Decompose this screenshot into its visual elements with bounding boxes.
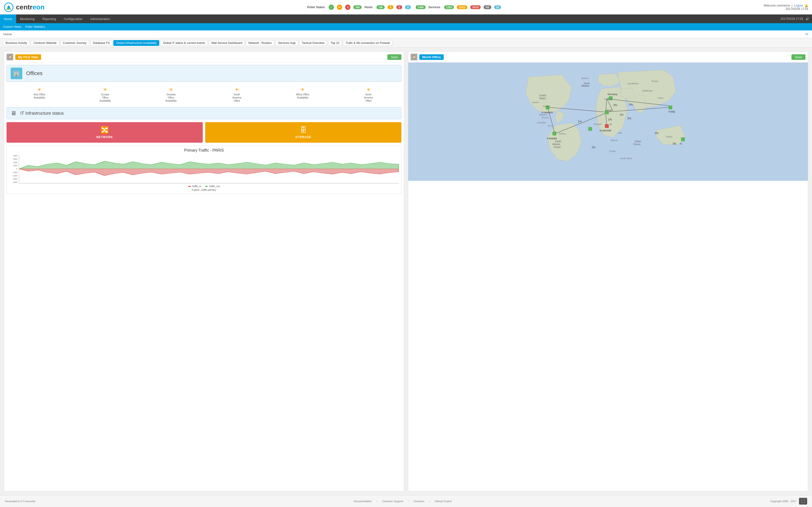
map-svg: ✕ ✕ ✕ rt-newyork Germany rt-yaounde <box>408 62 808 181</box>
footer-support[interactable]: Centreon Support <box>382 500 403 503</box>
subnav-custom-views[interactable]: Custom Views <box>3 25 21 29</box>
svg-text:Atlantic: Atlantic <box>539 113 547 116</box>
poller-states-label: Poller States <box>307 6 325 9</box>
office-europe: ☀ Europe Office Availability <box>98 87 112 102</box>
nav-home[interactable]: Home <box>0 14 16 23</box>
tab-services-map[interactable]: Services map <box>275 40 298 46</box>
legend-out: traffic_out <box>205 185 220 187</box>
footer-sep-3: | <box>429 500 430 503</box>
edit-icon[interactable]: ✏ <box>806 32 809 37</box>
sub-nav: Custom Views Poller Statistics <box>0 23 812 31</box>
chart-footer: rt-paris - traffic-primary <box>9 188 399 191</box>
storage-block[interactable]: 🗄 STORAGE <box>205 122 401 143</box>
it-infra-title: IT Infrastructure status <box>20 111 64 116</box>
svg-text:Papua: Papua <box>666 135 672 138</box>
svg-point-2 <box>7 6 10 8</box>
left-panel-body: 🏢 Offices ☀ Asia Office Availability ☀ E… <box>4 62 404 196</box>
storage-icon: 🗄 <box>300 126 307 134</box>
nav-administration[interactable]: Administration <box>86 14 114 23</box>
svg-text:Mali: Mali <box>618 132 622 134</box>
hosts-red-badge: 0 <box>396 5 402 9</box>
office-europe-icon: ☀ <box>98 87 112 93</box>
it-infra-block: 🖥 IT Infrastructure status <box>6 107 401 119</box>
services-pending-badge: 25 <box>494 5 501 9</box>
tab-top10[interactable]: Top 10 <box>328 40 342 46</box>
office-europe-label: Europe Office Availability <box>98 93 112 102</box>
tab-business-activity[interactable]: Business Activity <box>3 40 30 46</box>
tab-global-infra[interactable]: Global Infrastructure Availability <box>113 40 159 46</box>
tab-network-routers[interactable]: Network : Routers <box>246 40 274 46</box>
svg-text:Ocean: Ocean <box>542 116 549 119</box>
network-block[interactable]: 🔀 NETWORK <box>6 122 203 143</box>
it-infra-icon: 🖥 <box>11 110 16 117</box>
logout-link[interactable]: Logout <box>794 4 803 7</box>
tab-trafic-firewall[interactable]: Trafic & Nb connection on Firewall <box>343 40 392 46</box>
svg-rect-28 <box>681 137 685 141</box>
office-south-america-icon: ☀ <box>230 87 244 93</box>
nav-monitoring[interactable]: Monitoring <box>16 14 39 23</box>
tab-global-it[interactable]: Global IT status & current events <box>160 40 208 46</box>
datetime-nav: 2017/03/26 17:03 <box>780 17 803 20</box>
services-unk-badge: 0/0 <box>484 5 491 9</box>
traffic-chart-svg <box>19 155 399 183</box>
legend-in: traffic_in <box>188 185 201 187</box>
office-south-america: ☀ South America Office <box>230 87 244 102</box>
logo: centreon <box>4 2 45 12</box>
svg-text:Germany: Germany <box>608 93 617 96</box>
svg-text:Algeria: Algeria <box>606 109 612 111</box>
tab-database-fs[interactable]: Database FS <box>90 40 112 46</box>
left-panel-save[interactable]: Save <box>388 54 401 60</box>
svg-text:Mexico: Mexico <box>532 101 539 104</box>
right-panel: 🏠 World Office Save <box>408 51 808 491</box>
offices-block: 🏢 Offices <box>6 65 401 82</box>
left-panel-header: 🏠 My First View Save <box>4 52 404 62</box>
tab-centreon-website[interactable]: Centreon Website <box>31 40 59 46</box>
svg-text:Belarus: Belarus <box>581 77 589 79</box>
tab-customer-journey[interactable]: Customer Journey <box>60 40 89 46</box>
svg-text:rt-brasilia: rt-brasilia <box>547 137 557 140</box>
world-map: ✕ ✕ ✕ rt-newyork Germany rt-yaounde <box>408 62 808 181</box>
hosts-label: Hosts <box>364 6 372 9</box>
svg-text:1%: 1% <box>578 120 582 123</box>
fullscreen-button[interactable]: ⛶ <box>799 498 807 505</box>
office-north-america-label: North America Office <box>361 93 376 102</box>
svg-text:rt-yaounde: rt-yaounde <box>600 129 611 132</box>
svg-text:1%: 1% <box>620 113 623 116</box>
svg-text:South Africa: South Africa <box>620 157 632 160</box>
nav-reporting[interactable]: Reporting <box>39 14 60 23</box>
svg-text:South: South <box>555 140 561 143</box>
right-panel-save[interactable]: Save <box>792 54 806 60</box>
office-oceania: ☀ Oceania Office Availability <box>164 87 179 102</box>
offices-icon: 🏢 <box>11 68 22 79</box>
footer-sep-1: | <box>376 500 377 503</box>
sound-icon[interactable]: 🔊 <box>806 17 809 20</box>
chart-area <box>19 155 399 183</box>
poller-icon-ok: ✓ <box>329 5 334 10</box>
tab-tactical-overview[interactable]: Tactical Overview <box>299 40 327 46</box>
services-green-badge: 1353 <box>444 5 454 9</box>
svg-rect-27 <box>588 127 592 131</box>
svg-rect-21 <box>605 124 609 128</box>
svg-text:2%: 2% <box>655 131 659 134</box>
nav-bar: Home Monitoring Reporting Configuration … <box>0 14 812 23</box>
svg-text:Colombia: Colombia <box>537 121 546 124</box>
footer-centreon[interactable]: Centreon <box>413 500 424 503</box>
chart-wrapper: 40M 30M 20M 10M 0 −10M −20M −30M −40M <box>9 155 399 183</box>
svg-rect-25 <box>668 106 672 109</box>
svg-text:Uzbekistan: Uzbekistan <box>642 90 653 92</box>
footer-documentation[interactable]: Documentation <box>354 500 372 503</box>
hosts-green-badge: 146 <box>376 5 385 9</box>
user-area: Welcome commerce | Logout 🔔 2017/03/26 1… <box>764 4 808 11</box>
footer-github[interactable]: Github Project <box>435 500 452 503</box>
tab-mail-service[interactable]: Mail Service Dashboard <box>209 40 245 46</box>
svg-text:China: China <box>658 97 663 99</box>
right-panel-title: World Office <box>419 54 444 60</box>
svg-text:Congo: Congo <box>609 150 616 152</box>
left-panel: 🏠 My First View Save 🏢 Offices ☀ Asia Of… <box>4 51 404 491</box>
legend-in-dot <box>188 186 191 187</box>
nav-configuration[interactable]: Configuration <box>60 14 86 23</box>
subnav-poller-stats[interactable]: Poller Statistics <box>25 25 45 29</box>
traffic-title: Primary Traffic - PARIS <box>9 148 399 153</box>
logo-text: centreon <box>16 3 45 11</box>
logo-icon <box>4 2 13 12</box>
